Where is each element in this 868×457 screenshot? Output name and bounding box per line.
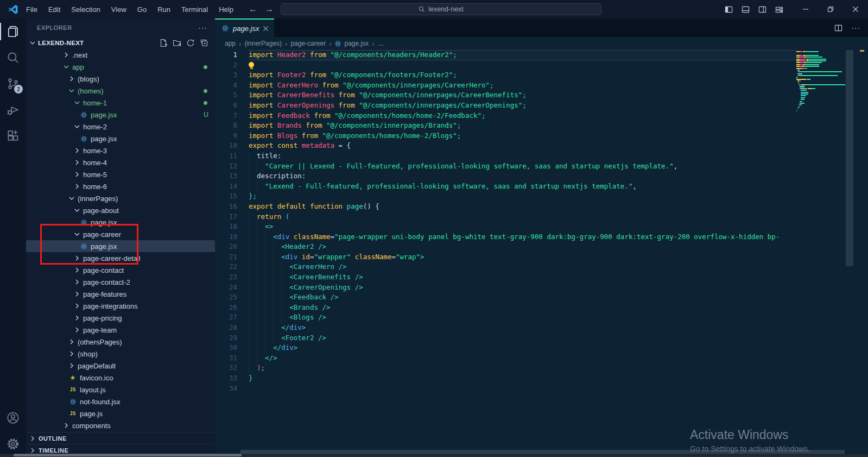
menu-edit[interactable]: Edit <box>43 5 66 14</box>
tree-item-layout-js[interactable]: JSlayout.js <box>26 384 215 396</box>
breadcrumb-item[interactable]: (innerPages) <box>244 40 282 47</box>
menu-go[interactable]: Go <box>132 5 152 14</box>
split-editor-icon[interactable] <box>834 24 842 32</box>
js-icon: JS <box>68 387 77 392</box>
tree-item--homes-[interactable]: (homes) <box>26 85 215 97</box>
tree-item-page-about[interactable]: page-about <box>26 204 215 216</box>
code-area: 1234567891011121314151617181920212223242… <box>215 50 868 457</box>
tree-item--blogs-[interactable]: (blogs) <box>26 73 215 85</box>
breadcrumb-label: page-career <box>290 40 326 47</box>
tree-item-page-team[interactable]: page-team <box>26 324 215 336</box>
menu-selection[interactable]: Selection <box>66 5 105 14</box>
chevron-down-icon <box>73 122 81 131</box>
tree-item-page-jsx[interactable]: page.jsxU <box>26 109 215 121</box>
tree-item--shop-[interactable]: (shop) <box>26 348 215 360</box>
line-number: 3 <box>215 70 237 80</box>
toggle-panel-icon[interactable] <box>742 5 750 14</box>
chevron-right-icon <box>73 170 81 179</box>
tab-page-jsx[interactable]: page.jsx <box>215 18 274 37</box>
line-number-gutter: 1234567891011121314151617181920212223242… <box>215 50 249 393</box>
chevron-down-icon <box>73 98 81 107</box>
menu-run[interactable]: Run <box>152 5 176 14</box>
tree-item-page-integrations[interactable]: page-integrations <box>26 300 215 312</box>
minimap[interactable] <box>796 51 845 114</box>
tree-item-components[interactable]: components <box>26 420 215 431</box>
toggle-sidebar-icon[interactable] <box>725 5 733 14</box>
code-line-27: <Blogs /> <box>249 312 796 323</box>
forward-arrow-icon[interactable]: → <box>265 4 274 14</box>
tree-item-home-1[interactable]: home-1 <box>26 97 215 109</box>
restore-button[interactable] <box>818 0 843 18</box>
code-line-13: description: <box>249 171 796 181</box>
tree-item-page-contact-2[interactable]: page-contact-2 <box>26 276 215 288</box>
tree-item-page-pricing[interactable]: page-pricing <box>26 312 215 324</box>
activity-settings[interactable] <box>0 431 26 457</box>
tree-item-label: (shop) <box>78 350 98 358</box>
customize-layout-icon[interactable] <box>775 5 783 14</box>
search-value: lexend-next <box>428 5 464 13</box>
line-number: 25 <box>215 292 237 303</box>
back-arrow-icon[interactable]: ← <box>249 4 257 14</box>
tree-item-favicon-ico[interactable]: ★favicon.ico <box>26 372 215 384</box>
breadcrumb-item[interactable]: app <box>225 40 236 47</box>
tree-item-page-jsx[interactable]: page.jsx <box>26 133 215 145</box>
lightbulb-icon[interactable] <box>249 62 254 69</box>
tree-item-page-js[interactable]: JSpage.js <box>26 408 215 420</box>
tree-item-app[interactable]: app <box>26 61 215 73</box>
chevron-right-icon <box>62 421 71 430</box>
tree-item--next[interactable]: .next <box>26 49 215 61</box>
collapse-folders-icon[interactable] <box>200 39 208 47</box>
menu-view[interactable]: View <box>106 5 132 14</box>
tree-item-home-2[interactable]: home-2 <box>26 121 215 133</box>
breadcrumb-separator: › <box>239 40 241 48</box>
explorer-more-actions-icon[interactable]: ··· <box>198 23 207 32</box>
activity-source-control[interactable]: 2 <box>0 71 26 97</box>
menu-terminal[interactable]: Terminal <box>176 5 213 14</box>
activity-run-debug[interactable] <box>0 97 26 123</box>
tree-item-not-found-jsx[interactable]: not-found.jsx <box>26 396 215 408</box>
breadcrumb-item[interactable]: page.jsx <box>334 40 369 47</box>
breadcrumb-item[interactable]: page-career <box>290 40 326 47</box>
tree-item-label: layout.js <box>80 386 106 394</box>
git-status-badge: U <box>204 111 208 118</box>
new-file-icon[interactable] <box>159 39 168 47</box>
breadcrumb-item[interactable]: … <box>378 40 384 47</box>
close-button[interactable] <box>843 0 868 18</box>
tree-item-pagedefault[interactable]: pageDefault <box>26 360 215 372</box>
tree-item-home-4[interactable]: home-4 <box>26 156 215 168</box>
project-root-row[interactable]: LEXEND-NEXT <box>26 37 215 49</box>
tree-item--otherspages-[interactable]: (othersPages) <box>26 336 215 348</box>
tree-item--innerpages-[interactable]: (innerPages) <box>26 192 215 204</box>
code-line-20: <Header2 /> <box>249 242 796 252</box>
code-line-18: <> <box>249 222 796 232</box>
chevron-down-icon <box>67 194 76 203</box>
activity-account[interactable] <box>0 405 26 431</box>
activity-explorer[interactable] <box>0 18 26 45</box>
react-icon <box>221 24 229 32</box>
refresh-icon[interactable] <box>186 39 195 47</box>
new-folder-icon[interactable] <box>173 39 181 47</box>
outline-section[interactable]: OUTLINE <box>26 432 215 444</box>
menu-file[interactable]: File <box>21 5 43 14</box>
vertical-scrollbar[interactable] <box>846 50 853 266</box>
tree-item-page-contact[interactable]: page-contact <box>26 264 215 276</box>
tree-item-home-5[interactable]: home-5 <box>26 168 215 180</box>
taskbar-sliver <box>0 454 868 457</box>
command-center-search[interactable]: lexend-next <box>281 3 601 15</box>
more-actions-icon[interactable]: ··· <box>851 23 860 32</box>
search-icon <box>6 51 20 65</box>
tree-item-home-3[interactable]: home-3 <box>26 145 215 156</box>
line-number: 32 <box>215 363 237 373</box>
toggle-secondary-sidebar-icon[interactable] <box>758 5 766 14</box>
line-number: 21 <box>215 252 237 262</box>
line-number: 22 <box>215 262 237 272</box>
menu-help[interactable]: Help <box>213 5 239 14</box>
minimize-button[interactable] <box>793 0 818 18</box>
tree-item-label: page-team <box>83 326 117 334</box>
activity-search[interactable] <box>0 45 26 71</box>
tab-close-icon[interactable] <box>263 26 269 32</box>
tree-item-home-6[interactable]: home-6 <box>26 180 215 192</box>
activity-extensions[interactable] <box>0 123 26 149</box>
line-number: 27 <box>215 312 237 323</box>
tree-item-page-features[interactable]: page-features <box>26 288 215 300</box>
